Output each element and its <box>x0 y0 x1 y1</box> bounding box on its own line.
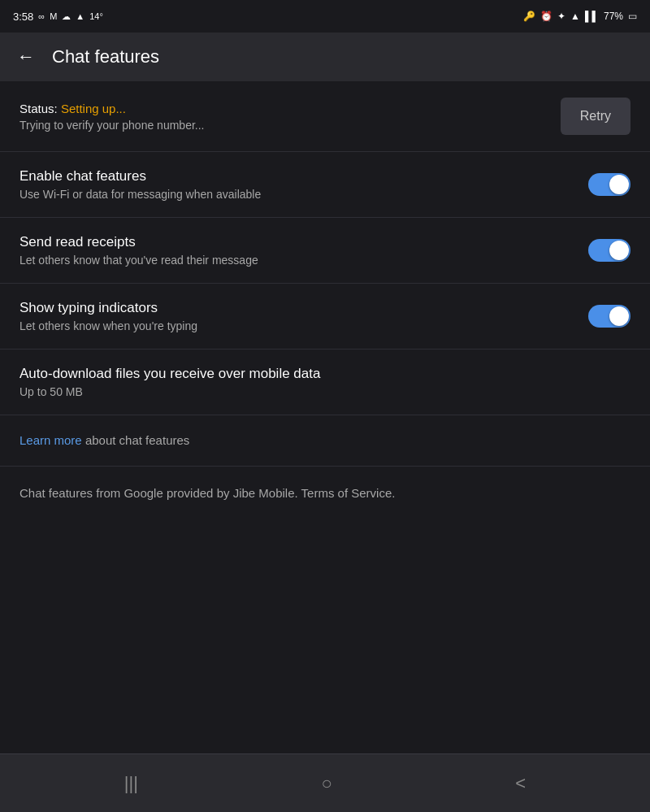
auto-download-sub: Up to 50 MB <box>20 385 630 398</box>
bluetooth-icon: ✦ <box>557 11 566 22</box>
battery-icon: ▭ <box>628 11 637 22</box>
alarm-icon: ⏰ <box>540 11 552 22</box>
terms-text: Chat features from Google provided by Ji… <box>20 486 395 500</box>
setting-row-enable-chat: Enable chat features Use Wi-Fi or data f… <box>0 152 650 218</box>
retry-button[interactable]: Retry <box>561 98 630 135</box>
battery-percent: 77% <box>604 11 623 22</box>
back-button[interactable]: ← <box>13 44 39 70</box>
gmail-icon: M <box>50 11 57 21</box>
status-section: Status: Setting up... Trying to verify y… <box>0 81 650 152</box>
setting-title-enable-chat: Enable chat features <box>20 168 575 185</box>
page-title: Chat features <box>52 46 159 67</box>
setting-text-enable-chat: Enable chat features Use Wi-Fi or data f… <box>20 168 575 201</box>
toggle-typing-indicators[interactable] <box>588 305 630 328</box>
header: ← Chat features <box>0 33 650 81</box>
setting-title-read-receipts: Send read receipts <box>20 234 575 250</box>
learn-more-text: Learn more about chat features <box>20 433 189 447</box>
key-icon: 🔑 <box>523 11 535 22</box>
toggle-knob-read-receipts <box>609 241 629 260</box>
setting-title-typing-indicators: Show typing indicators <box>20 300 575 316</box>
status-bar: 3:58 ∞ M ☁ ▲ 14° 🔑 ⏰ ✦ ▲ ▌▌ 77% ▭ <box>0 0 650 33</box>
back-nav-button[interactable]: < <box>515 773 526 794</box>
learn-more-link[interactable]: Learn more <box>20 433 82 447</box>
home-nav-button[interactable]: ○ <box>322 773 332 794</box>
status-bar-left: 3:58 ∞ M ☁ ▲ 14° <box>13 11 103 23</box>
toggle-enable-chat[interactable] <box>588 173 630 196</box>
setting-subtitle-typing-indicators: Let others know when you're typing <box>20 319 575 332</box>
terms-section: Chat features from Google provided by Ji… <box>0 467 650 521</box>
auto-download-row[interactable]: Auto-download files you receive over mob… <box>0 350 650 415</box>
status-text-block: Status: Setting up... Trying to verify y… <box>20 102 544 132</box>
setting-subtitle-enable-chat: Use Wi-Fi or data for messaging when ava… <box>20 188 575 201</box>
status-bar-right: 🔑 ⏰ ✦ ▲ ▌▌ 77% ▭ <box>523 11 637 22</box>
status-sub-text: Trying to verify your phone number... <box>20 119 544 132</box>
status-time: 3:58 <box>13 11 33 23</box>
learn-more-section: Learn more about chat features <box>0 415 650 467</box>
recents-nav-button[interactable]: ||| <box>124 773 138 794</box>
nav-bar: ||| ○ < <box>0 753 650 812</box>
status-label: Status: <box>20 102 58 115</box>
auto-download-title: Auto-download files you receive over mob… <box>20 366 630 382</box>
setting-row-typing-indicators: Show typing indicators Let others know w… <box>0 284 650 350</box>
setting-row-read-receipts: Send read receipts Let others know that … <box>0 218 650 284</box>
toggle-knob-typing-indicators <box>609 306 629 326</box>
status-line: Status: Setting up... <box>20 102 544 115</box>
toggle-read-receipts[interactable] <box>588 239 630 262</box>
status-value: Setting up... <box>61 102 126 115</box>
signal-icon: ▲ <box>76 11 84 21</box>
toggle-knob-enable-chat <box>609 175 629 194</box>
cloud-icon: ☁ <box>62 11 71 22</box>
setting-text-read-receipts: Send read receipts Let others know that … <box>20 234 575 267</box>
setting-subtitle-read-receipts: Let others know that you've read their m… <box>20 254 575 267</box>
setting-text-typing-indicators: Show typing indicators Let others know w… <box>20 300 575 332</box>
signal-bars: ▌▌ <box>585 11 599 22</box>
temp-indicator: 14° <box>89 11 103 21</box>
voicemail-icon: ∞ <box>38 11 45 21</box>
learn-more-rest: about chat features <box>82 433 190 447</box>
wifi-icon: ▲ <box>570 11 580 22</box>
main-content: Status: Setting up... Trying to verify y… <box>0 81 650 753</box>
